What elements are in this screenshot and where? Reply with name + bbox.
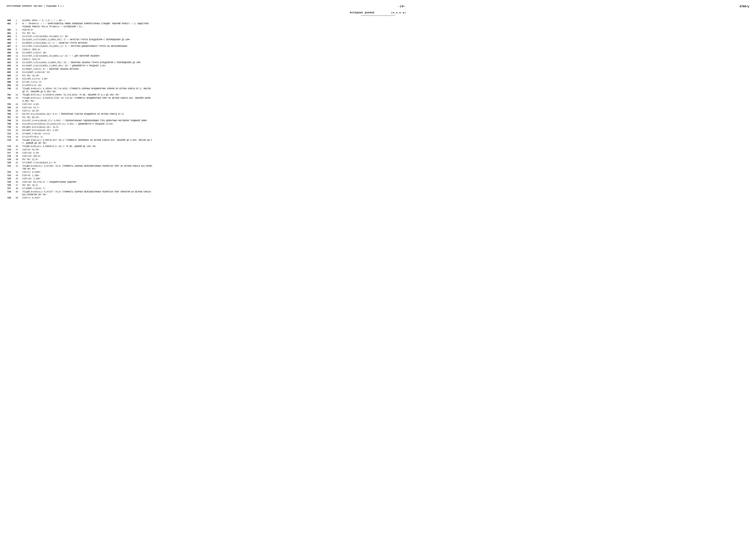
row-content: С310=1/ 38Х1,8+ <box>22 48 749 51</box>
table-row: 49718Е11=38Т,11=1=3/ 1,06+ <box>7 78 749 81</box>
row-content: Е7=127#Т7=9=1/ 1+ <box>22 135 749 139</box>
row-id: 499 <box>7 84 15 87</box>
row-id: 721 <box>7 165 15 171</box>
row-seq: 10 <box>15 51 22 55</box>
row-id: 496 <box>7 74 15 78</box>
row-content: ТССцВП,6=236(н1)/ 0,071Х7/ 79,8/ СТОИМОС… <box>22 190 749 197</box>
row-seq: 40 <box>15 158 22 161</box>
row-content: D11069r H581r / 1r 1,1r / / / 49r + <box>22 19 749 22</box>
row-content: С167=8/ 1,3Х8+ <box>22 174 749 177</box>
row-seq: 30 <box>15 123 22 126</box>
row-id: 482 <box>7 28 15 32</box>
row-id: 494 <box>7 68 15 71</box>
row-content: Е11=36=11=8=2(А2н13,21)(А1Х2)(Р1,2)/ 6,5… <box>22 123 749 126</box>
row-id: 714 <box>7 139 15 145</box>
row-content: Р1/ М3/ 41+ <box>22 32 749 35</box>
row-id: 726 <box>7 184 15 187</box>
row-seq: 41 <box>15 161 22 164</box>
row-seq: 39 <box>15 155 22 158</box>
table-row: 71839С167=24/ 105,9+ <box>7 155 749 158</box>
row-seq: 28 <box>15 116 22 119</box>
row-seq: 32 <box>15 129 22 132</box>
table-row: 70728Р4/ М2/ 68,52+ <box>7 116 749 119</box>
row-seq: 17 <box>15 74 22 78</box>
section-title-text: ИСХОДНЫЕ ДАННЫЕ (п,н.в р) <box>350 12 406 14</box>
row-id: 719 <box>7 158 15 161</box>
row-seq: 26 <box>15 109 22 113</box>
table-row: 70021ТССцВП,9=96(н1)/ 0,195Х4/ 62,7=0,82… <box>7 87 749 93</box>
row-id: 715 <box>7 145 15 148</box>
row-content: Е1=9685Т,1=79=2(А3Х1,2)/ 1/ / ЗАЧИСТКА Г… <box>22 42 749 45</box>
row-id: 493 <box>7 64 15 68</box>
row-id: 725 <box>7 181 15 184</box>
table-row: 71536ТССцВП,9=93(н1)/ 0,096Х2+0,2/ 65,7/… <box>7 145 749 148</box>
row-seq: 14 <box>15 64 22 68</box>
row-seq: 25 <box>15 106 22 109</box>
table-row: 4801D11069r H581r / 1r 1,1r / / / 49r + <box>7 19 749 22</box>
row-id: 486 <box>7 42 15 45</box>
row-id: 704 <box>7 106 15 109</box>
table-row: 71637С167=8/ 33,35+ <box>7 148 749 151</box>
row-id: 695 <box>7 71 15 74</box>
row-id: 724 <box>7 177 15 181</box>
table-row: 71435ТССцВП,9=92(н1)/ 0,065+0,037/ 66,4/… <box>7 139 749 145</box>
row-id: 712 <box>7 132 15 135</box>
row-content: Е6=13Т,6=1=13(А2н31,28)/ 0,3/ / МОНОЛИТН… <box>22 113 749 116</box>
row-content: С167=16/ 2,2Х8+ <box>22 177 749 181</box>
table-row: 69516Е1=11868Т,1=118=10/ 22+ <box>7 71 749 74</box>
table-row: 49112С310=1/ 31Х1,8+ <box>7 58 749 61</box>
row-seq: 22 <box>15 93 22 97</box>
table-row: 72344С167=8/ 1,3Х8+ <box>7 174 749 177</box>
row-content: Е1=1753Т,1=22=16(А3Х1,15)(А6Х1,1)/ 38+ <box>22 35 749 38</box>
row-id: 722 <box>7 171 15 174</box>
table-row: 49314Е1=2468Т,1=31=13(А3Х1,1)(А6Х1,05)/ … <box>7 64 749 68</box>
row-id: 706 <box>7 113 15 116</box>
row-seq: 42 <box>15 165 22 171</box>
row-seq: 24 <box>15 103 22 106</box>
table-row: 4812Ю' / ТМ=904=1= / / / ШУМОГЛУШИТЕЛЬ Р… <box>7 22 749 28</box>
row-content: ТССцВП,9=96(н1)/ 0,195Х4/ 62,7=0,82Х2/ С… <box>22 87 749 93</box>
table-row: 49920Е7=28ТР=1=2/ 18+ <box>7 84 749 87</box>
row-id: 489 <box>7 51 15 55</box>
row-id: 705 <box>7 109 15 113</box>
row-id: 711 <box>7 129 15 132</box>
row-seq: 13 <box>15 61 22 64</box>
table-row: 49011Е1=1746Т,1=22=13(А3Х1,15)(А6Х1,1)/ … <box>7 55 749 58</box>
table-row: 72748Е7=2068Т,7=12=6/ 7+ <box>7 187 749 190</box>
row-id: 483 <box>7 32 15 35</box>
row-id: 728 <box>7 190 15 197</box>
row-id: 700 <box>7 87 15 93</box>
row-seq: 37 <box>15 148 22 151</box>
row-seq: 43 <box>15 171 22 174</box>
row-seq: 20 <box>15 84 22 87</box>
table-row: 70324С167=15/ 4,62+ <box>7 103 749 106</box>
row-id: 707 <box>7 116 15 119</box>
row-id: 492 <box>7 61 15 64</box>
row-content: ТССцВП,6=236(н1)/ 0,071Х8/ 79,8/ СТОИМОС… <box>22 165 749 171</box>
row-seq: 4 <box>15 32 22 35</box>
row-content: ТССцВП,9=92(н1)/ 0,065+0,037/ 66,4/ СТОИ… <box>22 139 749 145</box>
row-content: Е1=2310Т,1=31=2(А3Х1,1)(А6Х1,05)/ 22/ / … <box>22 61 749 64</box>
row-id: 484 <box>7 35 15 38</box>
row-seq: 29 <box>15 119 22 122</box>
row-content: ТССцВП,9=97(н1)/ 0,56Х4+0,27Х2/ 62,7=0,8… <box>22 97 749 103</box>
row-seq: 35 <box>15 139 22 145</box>
row-seq: 31 <box>15 126 22 129</box>
row-content: Р6/ М2/ 10,5+ <box>22 184 749 187</box>
row-content: Е7=28ТР=1=2/ 18+ <box>22 84 749 87</box>
document-code: 9700/y <box>739 5 749 8</box>
row-id: 709 <box>7 123 15 126</box>
table-row: 72849ТССцВП,6=236(н1)/ 0,071Х7/ 79,8/ СТ… <box>7 190 749 197</box>
row-content: С167=16/ 13,7+ <box>22 106 749 109</box>
table-row: 4889С310=1/ 38Х1,8+ <box>7 48 749 51</box>
page-header: ПРОГРАММНЫЙ КОМПЛЕКС АВС+ВЕС ( РЕДАКЦИЯ … <box>7 5 749 8</box>
row-seq: 23 <box>15 97 22 103</box>
row-seq: 3 <box>15 28 22 32</box>
table-row: 49213Е1=2310Т,1=31=2(А3Х1,1)(А6Х1,05)/ 2… <box>7 61 749 64</box>
row-content: ТССцВП,9=93(н1)/ 0,096Х2+0,2/ 65,7/ ТО Ж… <box>22 145 749 148</box>
row-id: 490 <box>7 55 15 58</box>
table-row: 72041Е7=2388Т,7=13=10(А2н3,1)/ 8+ <box>7 161 749 164</box>
row-seq: 27 <box>15 113 22 116</box>
row-content: Е7=2388Т,7=13=10(А2н3,1)/ 8+ <box>22 161 749 164</box>
row-id: 713 <box>7 135 15 139</box>
